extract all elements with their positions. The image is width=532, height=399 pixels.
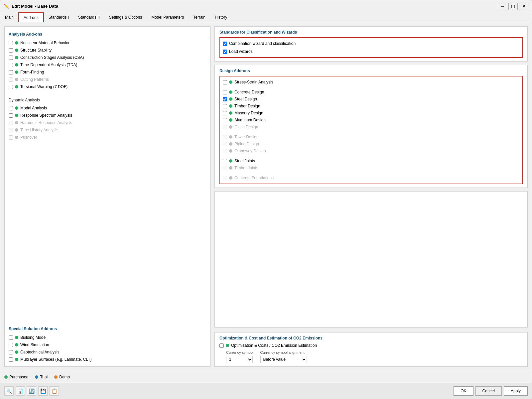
addon-response-checkbox[interactable] (9, 113, 13, 118)
addon-cutting-checkbox (9, 77, 13, 82)
left-panel: Analysis Add-ons Nonlinear Material Beha… (4, 26, 210, 367)
design-box: Design Add-ons Stress-Strain Analysis Co… (214, 65, 528, 188)
analysis-section-title: Analysis Add-ons (9, 32, 206, 37)
tab-terrain[interactable]: Terrain (189, 12, 210, 22)
cancel-button[interactable]: Cancel (475, 386, 502, 396)
design-stress-strain: Stress-Strain Analysis (223, 79, 519, 85)
dot-gray (15, 78, 18, 81)
title-bar-left: ✏️ Edit Model - Base Data (4, 4, 58, 9)
addon-multilayer: Multilayer Surfaces (e.g. Laminate, CLT) (9, 356, 206, 362)
addon-timehistory-checkbox (9, 128, 13, 132)
tab-history[interactable]: History (210, 12, 232, 22)
design-timber: Timber Design (223, 103, 519, 109)
tab-settings[interactable]: Settings & Options (104, 12, 147, 22)
addon-torsional-checkbox[interactable] (9, 85, 13, 89)
dot-green (15, 56, 18, 59)
toolbar-icon-3[interactable]: 🔄 (27, 386, 36, 396)
addon-torsional: Torsional Warping (7 DOF) (9, 84, 206, 90)
demo-label: Demo (59, 375, 70, 379)
currency-symbol-select[interactable]: 1 (226, 356, 253, 363)
addon-wind: Wind Simulation (9, 342, 206, 348)
purchased-dot (4, 375, 8, 379)
optimization-title: Optimization & Cost and Estimation of CO… (219, 336, 523, 340)
dot-gray (15, 121, 18, 124)
addon-nonlinear-checkbox[interactable] (9, 41, 13, 45)
design-masonry: Masonry Design (223, 110, 519, 116)
design-aluminum-checkbox[interactable] (223, 118, 227, 122)
tab-bar: Main Add-ons Standards I Standards II Se… (0, 12, 532, 22)
dot-green (229, 159, 232, 163)
design-tower: Tower Design (223, 134, 519, 140)
design-tower-checkbox (223, 135, 227, 139)
dot-green (229, 104, 232, 108)
dot-green (15, 336, 18, 339)
addon-wind-checkbox[interactable] (9, 343, 13, 347)
standards-combination: Combination wizard and classification (223, 41, 519, 47)
addon-tda-checkbox[interactable] (9, 63, 13, 67)
design-glass: Glass Design (223, 124, 519, 130)
toolbar-icon-5[interactable]: 📋 (50, 386, 59, 396)
apply-button[interactable]: Apply (504, 386, 528, 396)
currency-symbol-group: Currency symbol 1 (226, 350, 254, 363)
maximize-button[interactable]: ▢ (508, 3, 518, 10)
dot-green (15, 106, 18, 110)
title-bar: ✏️ Edit Model - Base Data ─ ▢ ✕ (0, 0, 532, 12)
currency-alignment-group: Currency symbol alignment Before value (260, 350, 307, 363)
design-concrete-checkbox[interactable] (223, 90, 227, 94)
dot-green (15, 70, 18, 74)
tab-standards1[interactable]: Standards I (44, 12, 73, 22)
design-steel-joints: Steel Joints (223, 158, 519, 164)
standards-load-wizards-checkbox[interactable] (223, 50, 227, 54)
optimization-label: Optimization & Costs / CO2 Emission Esti… (231, 343, 317, 348)
minimize-button[interactable]: ─ (498, 3, 507, 10)
addon-stability-checkbox[interactable] (9, 48, 13, 53)
tab-addons[interactable]: Add-ons (18, 12, 44, 22)
design-steel-checkbox[interactable] (223, 97, 227, 101)
addon-tda: Time-Dependent Analysis (TDA) (9, 62, 206, 68)
design-concrete-foundations: Concrete Foundations (223, 175, 519, 181)
dot-green (15, 350, 18, 354)
addon-formfinding-checkbox[interactable] (9, 70, 13, 74)
design-masonry-checkbox[interactable] (223, 111, 227, 115)
addon-cutting: Cutting Patterns (9, 76, 206, 82)
bottom-bar: 🔍 📊 🔄 💾 📋 OK Cancel Apply (0, 383, 532, 399)
optimization-item-row: Optimization & Costs / CO2 Emission Esti… (219, 343, 523, 348)
trial-dot (35, 375, 38, 379)
design-timber-checkbox[interactable] (223, 104, 227, 108)
addon-csa: Construction Stages Analysis (CSA) (9, 55, 206, 61)
close-button[interactable]: ✕ (519, 3, 528, 10)
addon-pushover-checkbox (9, 135, 13, 140)
toolbar-icon-4[interactable]: 💾 (38, 386, 48, 396)
addon-multilayer-checkbox[interactable] (9, 357, 13, 362)
standards-load-wizards: Load wizards (223, 49, 519, 55)
design-steel-joints-checkbox[interactable] (223, 159, 227, 163)
addon-modal-checkbox[interactable] (9, 106, 13, 110)
content-area: Analysis Add-ons Nonlinear Material Beha… (0, 22, 532, 371)
toolbar-icon-1[interactable]: 🔍 (4, 386, 14, 396)
dot-green (229, 111, 232, 115)
ok-button[interactable]: OK (454, 386, 473, 396)
toolbar-icon-2[interactable]: 📊 (16, 386, 25, 396)
legend-trial: Trial (35, 375, 48, 379)
dot-green (226, 344, 229, 347)
design-stress-checkbox[interactable] (223, 80, 227, 84)
currency-row: Currency symbol 1 Currency symbol alignm… (226, 350, 523, 363)
dot-gray (229, 125, 232, 129)
standards-combination-checkbox[interactable] (223, 42, 227, 46)
currency-alignment-label: Currency symbol alignment (260, 350, 307, 354)
design-concrete-found-checkbox (223, 176, 227, 180)
addon-response: Response Spectrum Analysis (9, 112, 206, 118)
dot-green (15, 114, 18, 117)
optimization-checkbox[interactable] (219, 343, 224, 348)
dot-green (15, 343, 18, 346)
addon-geotechnical-checkbox[interactable] (9, 350, 13, 354)
dot-gray (229, 135, 232, 139)
currency-alignment-select[interactable]: Before value (260, 356, 307, 363)
addon-csa-checkbox[interactable] (9, 56, 13, 60)
special-section-title: Special Solution Add-ons (9, 327, 206, 331)
addon-building-checkbox[interactable] (9, 335, 13, 340)
tab-standards2[interactable]: Standards II (73, 12, 104, 22)
tab-main[interactable]: Main (0, 12, 18, 22)
dot-green (229, 97, 232, 101)
tab-model-params[interactable]: Model Parameters (147, 12, 189, 22)
